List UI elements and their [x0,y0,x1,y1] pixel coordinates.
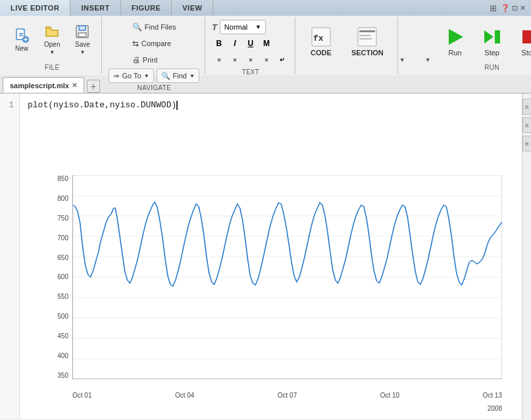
navigate-group: 🔍 Find Files ⇆ Compare 🖨 Print ⇒ Go To ▼… [103,17,205,74]
add-tab-button[interactable]: + [87,80,100,93]
tab-insert[interactable]: INSERT [70,0,120,16]
save-label: Save [75,41,90,48]
svg-marker-17 [484,30,493,43]
chart-plot [72,175,502,379]
code-button[interactable]: fx CODE [302,20,340,63]
x-axis-labels: Oct 01 Oct 04 Oct 07 Oct 10 Oct 13 [72,392,502,399]
underline-button[interactable]: U [243,36,258,51]
indent-button[interactable]: ↵ [275,53,290,67]
align-row: ≡ ≡ ≡ ≡ ↵ [212,53,290,67]
find-icon: 🔍 [161,72,170,80]
print-icon: 🖨 [132,55,140,65]
sidebar-btn-2[interactable]: ≡ [522,117,531,133]
open-button[interactable]: Open ▼ [38,20,66,59]
run-group-label: RUN [484,63,499,71]
open-label: Open [44,41,60,48]
code-editor[interactable]: plot(nyiso.Date,nyiso.DUNWOD) [20,93,522,169]
ribbon-tab-bar: LIVE EDITOR INSERT FIGURE VIEW ⊞ ❓ ⊡ ✕ [0,0,531,16]
right-sidebar: ≡ ≡ ≡ [522,93,531,419]
chart-area: 850 800 750 700 650 600 550 500 450 400 … [20,169,522,419]
tab-live-editor[interactable]: LIVE EDITOR [0,0,70,16]
svg-rect-19 [522,30,531,43]
tab-view[interactable]: VIEW [172,0,213,16]
y-axis-labels: 850 800 750 700 650 600 550 500 450 400 … [39,175,71,379]
align-left-button[interactable]: ≡ [212,53,226,67]
svg-rect-8 [79,26,86,30]
section-button[interactable]: SECTION [343,20,392,63]
tab-filename: samplescript.mlx [10,82,69,90]
goto-button[interactable]: ⇒ Go To ▼ [109,68,153,83]
text-group: T Normal ▼ B I U M [207,17,295,74]
section-label: SECTION [351,49,384,57]
tab-figure[interactable]: FIGURE [121,0,172,16]
step-button[interactable]: Step [474,20,510,63]
run-button[interactable]: Run [438,20,473,63]
file-buttons-row: New Open ▼ Save ▼ [8,20,96,59]
tab-close-button[interactable]: ✕ [72,82,77,89]
goto-icon: ⇒ [113,72,119,80]
format-row: B I U M [212,36,290,51]
sidebar-btn-1[interactable]: ≡ [522,99,531,115]
code-section-arrows: ▼ ▼ [399,17,431,74]
run-group: Run Step Stop RUN [432,17,531,74]
code-group: fx CODE SECTION [297,17,398,74]
help-icon[interactable]: ⊞ [490,3,497,13]
bold-button[interactable]: B [212,36,226,51]
code-expand-arrow[interactable]: ▼ [399,57,405,63]
svg-text:fx: fx [313,34,324,43]
new-label: New [15,45,28,52]
line-numbers: 1 [0,93,20,419]
svg-rect-18 [495,30,500,43]
window-controls: ❓ ⊡ ✕ [501,4,526,13]
ribbon: New Open ▼ Save ▼ FILE [0,16,531,75]
svg-rect-15 [359,38,372,39]
new-button[interactable]: New [8,20,36,59]
code-content: plot(nyiso.Date,nyiso.DUNWOD) [28,100,176,110]
section-expand-arrow[interactable]: ▼ [425,57,431,63]
run-buttons: Run Step Stop [438,20,531,63]
chart-year: 2008 [488,405,502,412]
compare-icon: ⇆ [132,39,139,48]
find-files-icon: 🔍 [132,22,142,32]
file-group-label: FILE [45,63,59,71]
svg-rect-13 [359,30,375,32]
align-center-button[interactable]: ≡ [228,53,242,67]
find-files-button[interactable]: 🔍 Find Files [128,20,181,34]
navigate-group-label: NAVIGATE [137,83,170,92]
stop-button[interactable]: Stop [511,20,531,63]
math-button[interactable]: M [259,36,274,51]
editor-tab-samplescript[interactable]: samplescript.mlx ✕ [3,77,84,93]
svg-rect-9 [78,33,86,37]
italic-button[interactable]: I [228,36,242,51]
svg-rect-14 [359,35,371,36]
text-group-label: TEXT [241,67,259,76]
align-right-button[interactable]: ≡ [243,53,258,67]
svg-marker-16 [449,29,463,45]
style-dropdown[interactable]: Normal ▼ [220,20,266,34]
compare-button[interactable]: ⇆ Compare [128,36,181,51]
text-cursor [176,101,178,110]
align-justify-button[interactable]: ≡ [259,53,274,67]
editor-tabs: samplescript.mlx ✕ + [0,75,531,93]
find-button[interactable]: 🔍 Find ▼ [157,68,199,83]
line-number-1: 1 [5,99,14,112]
code-label: CODE [311,49,332,57]
print-button[interactable]: 🖨 Print [128,53,181,67]
sidebar-btn-3[interactable]: ≡ [522,136,531,151]
text-icon: T [212,22,217,32]
save-button[interactable]: Save ▼ [68,20,96,59]
file-group: New Open ▼ Save ▼ FILE [3,17,102,74]
